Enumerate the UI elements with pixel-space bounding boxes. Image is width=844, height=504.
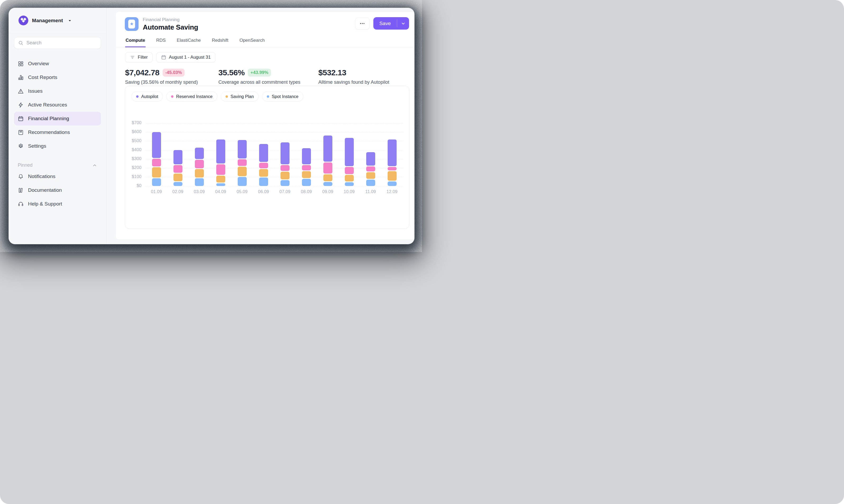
y-axis-tick: $400 (125, 147, 141, 152)
sidebar-item-label: Help & Support (28, 201, 62, 207)
bar-segment-saving-plan (323, 174, 332, 181)
bell-icon (18, 174, 24, 180)
bar-segment-spot-instance (387, 181, 397, 186)
books-icon (18, 187, 24, 193)
bar-segment-saving-plan (216, 176, 225, 182)
bar-segment-spot-instance (259, 178, 268, 186)
bar-segment-reserved-instance (216, 164, 225, 175)
bar-segment-reserved-instance (323, 162, 332, 174)
bar-segment-autopilot (387, 140, 397, 166)
main-panel: ★ Financial Planning Automate Saving Sav… (115, 11, 414, 240)
sidebar-item-help-support[interactable]: Help & Support (14, 197, 101, 211)
stat-change-badge: +43.99% (248, 69, 271, 77)
x-axis-tick: 03.09 (189, 189, 210, 194)
legend-label: Autopilot (141, 94, 158, 99)
legend-item-reserved-instance[interactable]: Reserved Instance (166, 91, 217, 102)
grid-icon (18, 61, 24, 67)
page-header: ★ Financial Planning Automate Saving Sav… (116, 12, 414, 32)
more-actions-button[interactable] (355, 17, 369, 30)
workspace-switcher[interactable]: Management (9, 8, 106, 33)
legend-label: Spot Instance (272, 94, 298, 99)
bar-segment-autopilot (216, 140, 225, 163)
bar-11.09[interactable] (360, 123, 381, 186)
sidebar-item-recommendations[interactable]: Recommendations (14, 125, 101, 139)
filter-button[interactable]: Filter (125, 52, 153, 62)
page-icon-plate: ★ (128, 20, 135, 29)
bar-segment-spot-instance (152, 178, 161, 186)
sidebar-item-settings[interactable]: Settings (14, 139, 101, 153)
bar-segment-autopilot (345, 138, 354, 166)
bar-09.09[interactable] (317, 123, 339, 186)
bar-03.09[interactable] (189, 123, 210, 186)
stat-value: $7,042.78 (125, 68, 159, 77)
bar-04.09[interactable] (210, 123, 231, 186)
x-axis-tick: 02.09 (167, 189, 189, 194)
sidebar-item-overview[interactable]: Overview (14, 57, 101, 71)
sidebar-item-issues[interactable]: Issues (14, 84, 101, 98)
bar-segment-autopilot (280, 142, 290, 164)
x-axis-tick: 11.09 (360, 189, 381, 194)
search-icon (18, 40, 23, 46)
stats-row: $7,042.78-45.03%Saving (35.56% of monthl… (116, 68, 414, 85)
tab-rds[interactable]: RDS (156, 35, 166, 47)
sidebar-item-notifications[interactable]: Notifications (14, 169, 101, 183)
bar-segment-saving-plan (259, 169, 268, 177)
bar-segment-autopilot (173, 150, 183, 164)
y-axis-tick: $500 (125, 138, 141, 143)
sidebar-item-label: Recommendations (28, 129, 70, 135)
tab-compute[interactable]: Compute (125, 35, 146, 47)
stat-3: $532.13Alltime savings found by Autopilo… (318, 68, 389, 85)
stat-2: 35.56%+43.99%Coverage across all commitm… (219, 68, 318, 85)
stat-label: Coverage across all commitment types (219, 79, 318, 85)
search-input-wrap[interactable] (14, 37, 101, 49)
sidebar-nav: OverviewCost ReportsIssuesActive Resourc… (9, 57, 106, 153)
sidebar-item-financial-planning[interactable]: Financial Planning (14, 112, 101, 125)
toolbar: Filter August 1 - August 31 (116, 52, 414, 62)
legend-dot (226, 95, 228, 98)
legend-item-autopilot[interactable]: Autopilot (132, 91, 163, 102)
save-button[interactable]: Save (373, 17, 397, 30)
bar-02.09[interactable] (167, 123, 189, 186)
legend-item-spot-instance[interactable]: Spot Instance (262, 91, 303, 102)
bar-segment-saving-plan (387, 171, 397, 181)
y-axis-tick: $300 (125, 156, 141, 161)
sidebar-item-label: Overview (28, 61, 49, 67)
stat-value: $532.13 (318, 68, 346, 77)
pinned-section-header[interactable]: Pinned (14, 162, 101, 168)
tab-elasticache[interactable]: ElastiCache (176, 35, 202, 47)
legend-item-saving-plan[interactable]: Saving Plan (221, 91, 259, 102)
bar-06.09[interactable] (253, 123, 274, 186)
bar-05.09[interactable] (231, 123, 253, 186)
y-axis-tick: $600 (125, 129, 141, 134)
save-dropdown-button[interactable] (397, 17, 409, 30)
bar-07.09[interactable] (274, 123, 296, 186)
bar-segment-saving-plan (238, 167, 247, 176)
sidebar-item-active-resources[interactable]: Active Resources (14, 98, 101, 112)
date-range-button[interactable]: August 1 - August 31 (156, 52, 216, 62)
bar-08.09[interactable] (296, 123, 317, 186)
y-axis-tick: $200 (125, 165, 141, 170)
zap-icon (18, 102, 24, 108)
legend-dot (136, 95, 139, 98)
tab-opensearch[interactable]: OpenSearch (239, 35, 265, 47)
bar-segment-saving-plan (195, 169, 204, 178)
bar-segment-reserved-instance (302, 165, 311, 170)
gear-icon (18, 143, 24, 149)
sidebar-item-cost-reports[interactable]: Cost Reports (14, 71, 101, 84)
x-axis-tick: 04.09 (210, 189, 231, 194)
bar-segment-autopilot (259, 144, 268, 162)
bar-segment-reserved-instance (152, 159, 161, 166)
bar-10.09[interactable] (339, 123, 360, 186)
warning-icon (18, 88, 24, 94)
search-input[interactable] (27, 40, 97, 46)
chart-card: AutopilotReserved InstanceSaving PlanSpo… (125, 86, 409, 229)
x-axis-labels: 01.0902.0903.0904.0905.0906.0907.0908.09… (146, 189, 403, 194)
bars-area (146, 123, 403, 186)
tab-redshift[interactable]: Redshift (211, 35, 229, 47)
chevron-up-icon[interactable] (92, 163, 97, 168)
bar-01.09[interactable] (146, 123, 167, 186)
workspace-name: Management (32, 18, 63, 23)
y-axis-tick: $700 (125, 120, 141, 125)
sidebar-item-documentation[interactable]: Documentation (14, 183, 101, 197)
bar-12.09[interactable] (381, 123, 403, 186)
